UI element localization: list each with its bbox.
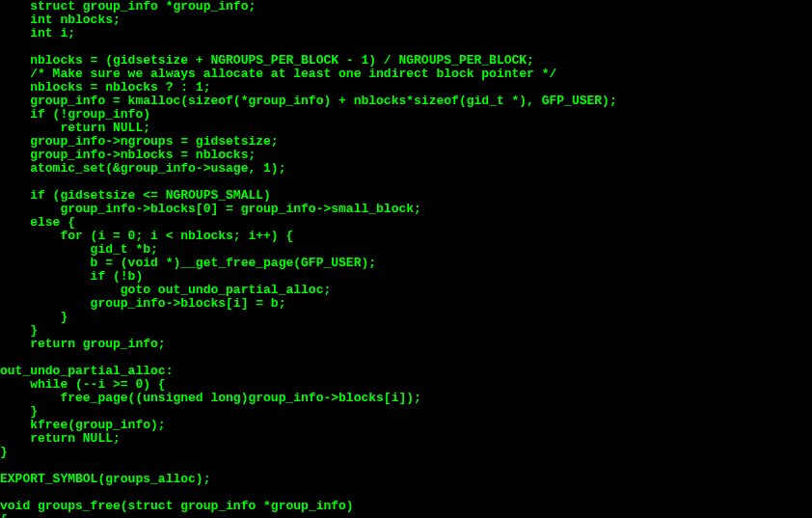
code-listing: struct group_info *group_info; int nbloc… <box>0 0 812 518</box>
